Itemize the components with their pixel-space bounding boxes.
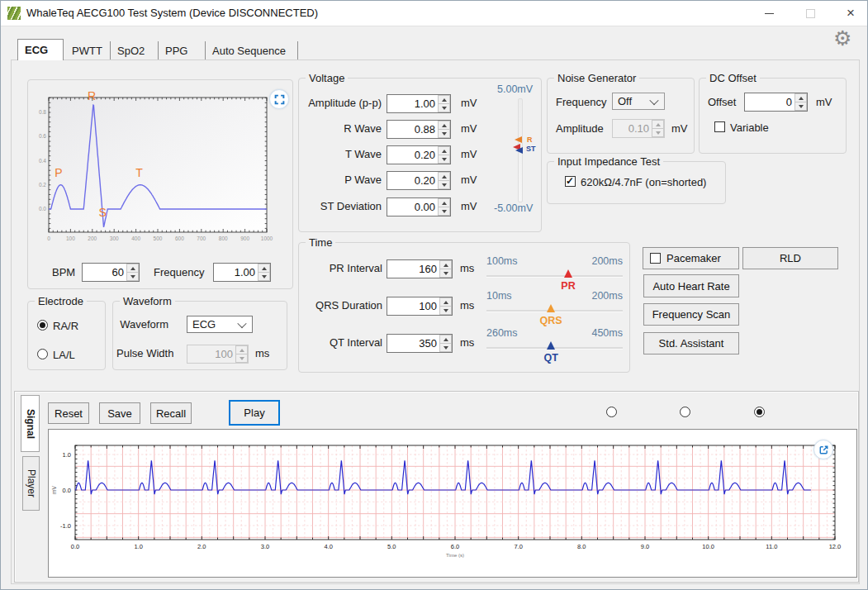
chevron-down-icon [237,318,246,327]
radio-20mm[interactable] [754,407,765,417]
spin-up-icon [652,120,664,128]
qt-slider[interactable]: 260ms 450ms QT [486,327,623,367]
spin-up-icon[interactable] [438,121,450,129]
amplitude-pp-input[interactable]: 1.00 [387,94,451,113]
spin-up-icon[interactable] [439,335,452,343]
voltage-marker-st[interactable] [515,147,523,154]
spin-down-icon[interactable] [438,180,450,189]
svg-text:Time (s): Time (s) [446,553,464,558]
spin-up-icon[interactable] [438,95,450,103]
spin-up-icon[interactable] [794,93,807,102]
svg-text:7.0: 7.0 [514,543,522,550]
auto-heart-rate-button[interactable]: Auto Heart Rate [643,274,739,297]
noise-frequency-select[interactable]: Off [612,93,665,110]
spin-down-icon[interactable] [438,207,450,216]
waveform-select[interactable]: ECG [187,316,253,333]
r-wave-input[interactable]: 0.88 [387,120,451,139]
expand-chart-button[interactable] [269,89,289,109]
frequency-spinner[interactable] [258,264,270,281]
ecg-signal-chart: 0.01.02.03.04.05.06.07.08.09.010.011.012… [49,430,855,575]
p-wave-input[interactable]: 0.20 [387,171,451,190]
svg-text:100: 100 [66,236,75,241]
open-external-icon [818,445,829,455]
t-wave-input[interactable]: 0.20 [387,145,451,164]
qrs-duration-input[interactable]: 100 [387,297,453,316]
close-button[interactable]: × [833,1,868,26]
tab-player[interactable]: Player [22,456,40,511]
bpm-input[interactable]: 60 [82,263,140,282]
pr-marker-icon[interactable] [564,269,572,278]
spin-up-icon[interactable] [439,260,452,269]
recall-button[interactable]: Recall [150,402,192,424]
slider-track[interactable] [486,275,623,278]
spin-up-icon[interactable] [438,172,450,180]
svg-text:0: 0 [47,236,50,241]
frequency-input[interactable]: 1.00 [213,263,271,282]
svg-text:11.0: 11.0 [766,543,777,550]
noise-amplitude-input: 0.10 [612,119,665,138]
qrs-slider[interactable]: 10ms 200ms QRS [486,290,623,330]
spin-up-icon[interactable] [439,297,452,306]
bpm-spinner[interactable] [126,264,139,281]
save-button[interactable]: Save [99,402,140,424]
pr-slider[interactable]: 100ms 200ms PR [486,255,623,295]
dc-offset-input[interactable]: 0 [744,93,808,112]
reset-button[interactable]: Reset [48,402,89,424]
gear-icon[interactable]: ⚙ [833,28,851,49]
spin-down-icon[interactable] [258,272,270,281]
qt-interval-input[interactable]: 350 [387,334,453,353]
spin-down-icon[interactable] [126,272,139,281]
open-external-button[interactable] [813,440,833,459]
variable-checkbox[interactable] [714,121,725,132]
play-button[interactable]: Play [229,400,280,426]
qt-marker-icon[interactable] [547,341,555,350]
qrs-marker-icon[interactable] [547,304,555,312]
spin-up-icon[interactable] [126,264,139,272]
tab-ecg[interactable]: ECG [17,39,64,60]
spin-up-icon[interactable] [438,198,450,207]
dc-offset-group: DC Offset [699,78,847,154]
tab-ppg[interactable]: PPG [159,41,206,59]
tab-signal[interactable]: Signal [21,395,40,452]
maximize-button[interactable] [792,1,828,26]
tab-spo2[interactable]: SpO2 [111,41,159,59]
noise-generator-group: Noise Generator [547,78,695,154]
tab-auto-sequence[interactable]: Auto Sequence [206,41,298,59]
svg-text:6.0: 6.0 [451,543,459,550]
svg-text:1000: 1000 [261,236,273,241]
window-title: WhaleTeq AECG100 Test System (Device DIS… [26,7,318,19]
spin-up-icon[interactable] [438,146,450,155]
spin-down-icon[interactable] [794,102,807,111]
svg-text:12.0: 12.0 [829,543,842,550]
st-deviation-input[interactable]: 0.00 [387,197,451,216]
chevron-down-icon [649,95,658,104]
spin-down-icon [235,354,248,363]
spin-up-icon[interactable] [258,264,270,272]
radio-5mm[interactable] [606,407,617,417]
spin-down-icon[interactable] [438,103,450,112]
svg-text:0.4: 0.4 [39,158,46,164]
pr-interval-input[interactable]: 160 [387,259,453,278]
frequency-scan-button[interactable]: Frequency Scan [643,303,739,326]
radio-10mm[interactable] [680,407,690,417]
spin-down-icon[interactable] [438,155,450,164]
svg-text:2.0: 2.0 [197,543,206,550]
spin-down-icon[interactable] [438,129,450,138]
pacemaker-checkbox[interactable] [650,253,661,264]
voltage-slider-min: -5.00mV [494,202,533,214]
spin-down-icon[interactable] [439,343,452,352]
impedance-checkbox[interactable] [565,176,576,187]
radio-ra-r[interactable] [37,320,48,331]
std-assistant-button[interactable]: Std. Assistant [643,332,739,354]
rld-button[interactable]: RLD [742,247,838,269]
radio-la-l[interactable] [37,349,48,359]
close-icon: × [847,5,855,21]
spin-down-icon[interactable] [439,306,452,315]
app-window: WhaleTeq AECG100 Test System (Device DIS… [0,0,868,590]
pacemaker-box[interactable]: Pacemaker [643,247,739,269]
minimize-button[interactable] [751,1,787,26]
spin-up-icon [235,345,248,354]
voltage-marker-r[interactable] [515,136,522,143]
spin-down-icon[interactable] [439,269,452,278]
tab-pwtt[interactable]: PWTT [65,41,111,59]
